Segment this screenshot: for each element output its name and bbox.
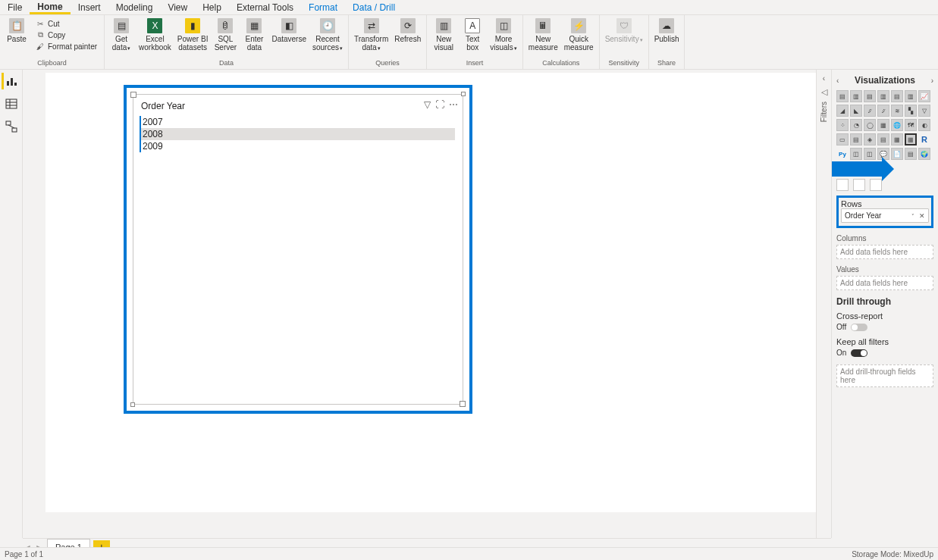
area-chart-icon[interactable]: ◢ — [836, 105, 849, 117]
text-box-button[interactable]: AText box — [459, 17, 486, 53]
cut-button[interactable]: ✂Cut — [33, 18, 99, 29]
tab-format[interactable]: Format — [301, 0, 345, 14]
field-dropdown-icon[interactable]: ˅ — [911, 214, 914, 219]
line-column-icon[interactable]: ⫽ — [864, 105, 876, 117]
tab-external-tools[interactable]: External Tools — [229, 0, 301, 14]
stacked-bar-icon[interactable]: ▤ — [836, 90, 849, 102]
quick-measure-button[interactable]: ⚡Quick measure — [562, 17, 596, 53]
analytics-tab-icon[interactable] — [870, 179, 882, 191]
tab-help[interactable]: Help — [195, 0, 229, 14]
calculations-label: Calculations — [526, 58, 596, 67]
sensitivity-label: Sensitivity — [603, 58, 645, 67]
enter-data-button[interactable]: ▦Enter data — [240, 17, 268, 53]
ribbon-chart-icon[interactable]: ≋ — [891, 105, 903, 117]
key-influencers-icon[interactable]: ◫ — [850, 148, 862, 160]
keep-filters-toggle[interactable]: On — [836, 349, 933, 357]
tab-view[interactable]: View — [160, 0, 195, 14]
powerbi-datasets-button[interactable]: ▮Power BI datasets — [175, 17, 211, 53]
tab-home[interactable]: Home — [30, 0, 70, 14]
expand-filters-button[interactable]: ‹ — [823, 74, 825, 83]
ribbon-group-queries: ⇄Transform data ⟳Refresh Queries — [349, 15, 427, 69]
transform-icon: ⇄ — [364, 18, 379, 33]
svg-line-9 — [8, 125, 14, 128]
matrix-viz-icon[interactable]: ▦ — [905, 133, 917, 145]
more-visuals-button[interactable]: ◫More visuals — [488, 17, 519, 54]
funnel-icon[interactable]: ▽ — [918, 105, 930, 117]
drill-through-well[interactable]: Add drill-through fields here — [836, 364, 933, 387]
100-bar-icon[interactable]: ▤ — [891, 90, 903, 102]
stacked-area-icon[interactable]: ◣ — [850, 105, 862, 117]
excel-workbook-button[interactable]: XExcel workbook — [136, 17, 174, 53]
slicer-icon[interactable]: ▤ — [877, 133, 889, 145]
rows-field-order-year[interactable]: Order Year ˅ ✕ — [841, 208, 929, 223]
table-viz-icon[interactable]: ▦ — [891, 133, 903, 145]
kpi-icon[interactable]: ◈ — [864, 133, 876, 145]
format-painter-button[interactable]: 🖌Format painter — [33, 41, 99, 52]
visual-row[interactable]: 2007 — [140, 116, 455, 128]
waterfall-icon[interactable]: ▚ — [905, 105, 917, 117]
tab-insert[interactable]: Insert — [71, 0, 108, 14]
r-visual-icon[interactable]: R — [918, 133, 930, 145]
clustered-column-icon[interactable]: ▥ — [877, 90, 889, 102]
tab-file[interactable]: File — [0, 0, 30, 14]
more-options-icon[interactable]: ⋯ — [449, 99, 458, 110]
sensitivity-button[interactable]: 🛡Sensitivity — [603, 17, 645, 45]
100-column-icon[interactable]: ▥ — [905, 90, 917, 102]
format-tab-icon[interactable] — [853, 179, 865, 191]
sql-icon: 🛢 — [218, 18, 233, 33]
visual-title: Order Year — [133, 95, 463, 116]
pie-icon[interactable]: ◔ — [850, 119, 862, 131]
insert-label: Insert — [430, 58, 519, 67]
columns-label: Columns — [836, 234, 933, 242]
field-remove-icon[interactable]: ✕ — [919, 212, 925, 220]
sql-server-button[interactable]: 🛢SQL Server — [212, 17, 239, 53]
decomposition-icon[interactable]: ◫ — [864, 148, 876, 160]
transform-data-button[interactable]: ⇄Transform data — [352, 17, 391, 54]
scatter-icon[interactable]: ⁘ — [836, 119, 849, 131]
cross-report-toggle[interactable]: Off — [836, 323, 933, 331]
data-view-button[interactable] — [3, 95, 20, 112]
new-visual-button[interactable]: ▥New visual — [430, 17, 457, 53]
tab-data-drill[interactable]: Data / Drill — [345, 0, 403, 14]
matrix-visual-selected[interactable]: ▽ ⛶ ⋯ Order Year 2007 2008 2009 — [124, 85, 472, 414]
refresh-button[interactable]: ⟳Refresh — [392, 17, 423, 45]
map-icon[interactable]: 🌐 — [891, 119, 903, 131]
collapse-viz-left[interactable]: ‹ — [836, 77, 839, 85]
expand-viz-right[interactable]: › — [931, 77, 933, 85]
fields-tab-icon[interactable] — [836, 179, 849, 191]
visual-header-toolbar: ▽ ⛶ ⋯ — [424, 99, 458, 110]
stacked-column-icon[interactable]: ▥ — [850, 90, 862, 102]
line-chart-icon[interactable]: 📈 — [918, 90, 930, 102]
visual-row[interactable]: 2009 — [140, 140, 455, 152]
paste-button[interactable]: 📋 Paste — [3, 17, 30, 45]
focus-mode-icon[interactable]: ⛶ — [435, 99, 444, 110]
filled-map-icon[interactable]: 🗺 — [905, 119, 917, 131]
report-view-button[interactable] — [2, 73, 18, 89]
recent-sources-button[interactable]: 🕘Recent sources — [310, 17, 345, 54]
values-well[interactable]: Add data fields here — [836, 276, 933, 290]
dataverse-button[interactable]: ◧Dataverse — [269, 17, 309, 45]
card-icon[interactable]: ▭ — [836, 133, 849, 145]
treemap-icon[interactable]: ▦ — [877, 119, 889, 131]
values-section: Values Add data fields here — [836, 265, 933, 290]
new-measure-button[interactable]: 🖩New measure — [526, 17, 560, 53]
clustered-bar-icon[interactable]: ▤ — [864, 90, 876, 102]
copy-button[interactable]: ⧉Copy — [33, 30, 99, 40]
arcgis-icon[interactable]: 🌍 — [918, 148, 930, 160]
donut-icon[interactable]: ◯ — [864, 119, 876, 131]
tab-modeling[interactable]: Modeling — [108, 0, 161, 14]
drill-through-header: Drill through — [836, 296, 933, 307]
report-page[interactable]: ▽ ⛶ ⋯ Order Year 2007 2008 2009 — [45, 73, 834, 512]
model-view-button[interactable] — [3, 118, 20, 135]
line-clustered-icon[interactable]: ⫽ — [877, 105, 889, 117]
filters-pane-collapsed: ‹ ◁ Filters — [816, 70, 831, 538]
gauge-icon[interactable]: ◐ — [918, 119, 930, 131]
paginated-icon[interactable]: ▤ — [905, 148, 917, 160]
publish-button[interactable]: ☁Publish — [652, 17, 682, 45]
multirow-card-icon[interactable]: ▤ — [850, 133, 862, 145]
get-data-button[interactable]: ▤Get data — [108, 17, 135, 54]
python-visual-icon[interactable]: Py — [836, 148, 849, 160]
filter-icon[interactable]: ▽ — [424, 99, 431, 110]
columns-well[interactable]: Add data fields here — [836, 245, 933, 259]
visual-row[interactable]: 2008 — [140, 128, 455, 140]
